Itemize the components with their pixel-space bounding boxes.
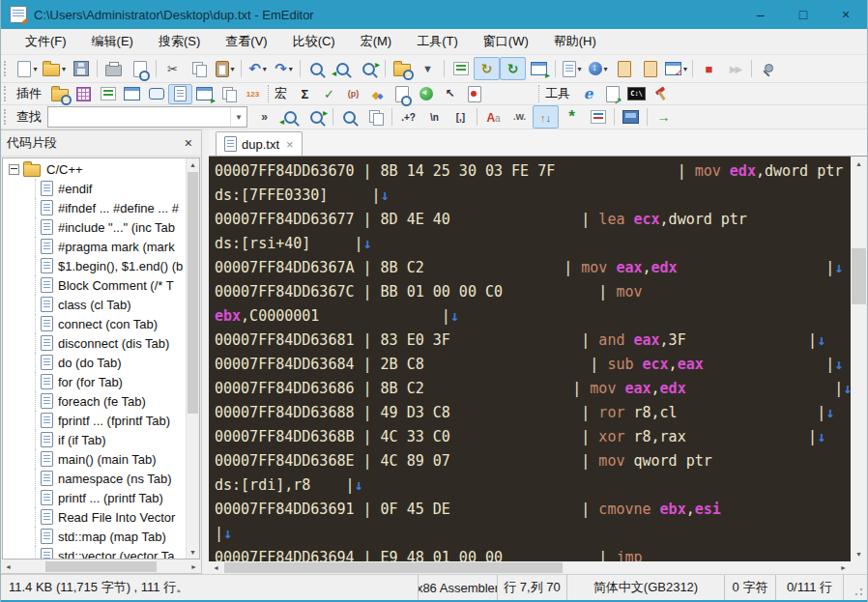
collapse-icon[interactable] [9,164,19,175]
snippet-item[interactable]: if (if Tab) [3,430,187,449]
whole-word-button[interactable]: .W. [506,105,533,129]
overflow-chevron-button[interactable]: » [251,105,277,129]
macro-diamond-button[interactable]: ◆◆ [365,84,390,104]
new-file-button[interactable]: ▾ [14,57,41,80]
toolbar-grip[interactable] [4,109,11,125]
export-button[interactable] [600,84,624,104]
status-encoding[interactable]: 简体中文(GB2312) [567,575,725,600]
menu-item[interactable]: 查看(V) [213,30,279,53]
menu-item[interactable]: 搜索(S) [146,30,213,53]
snippet-item[interactable]: connect (con Tab) [3,314,187,333]
scrollbar-thumb[interactable] [852,248,866,304]
snippet-item[interactable]: foreach (fe Tab) [3,391,187,411]
cut-button[interactable]: ✂ [159,57,186,80]
paste-button[interactable]: ▾ [212,57,238,80]
menu-item[interactable]: 工具(T) [404,30,471,53]
macro-sum-button[interactable]: Σ [293,84,317,104]
scroll-up-icon[interactable]: ▲ [187,158,199,171]
record-macro-button[interactable]: ■ [696,57,722,80]
snippet-item[interactable]: do (do Tab) [3,353,187,372]
find-input[interactable] [48,109,230,125]
find-next-green-button[interactable] [304,105,330,129]
command-prompt-button[interactable]: C:\ [624,84,649,104]
macro-select-button[interactable]: ↖ [438,84,462,104]
dropdown-caret-icon[interactable]: ▾ [289,65,293,73]
menu-item[interactable]: 窗口(W) [471,30,541,53]
snippet-item[interactable]: main() (main Tab) [3,449,187,469]
snippet-item[interactable]: disconnect (dis Tab) [3,333,187,353]
status-cursor-position[interactable]: 行 7,列 70 [498,575,567,600]
tab-close-icon[interactable]: × [286,137,294,152]
dropdown-caret-icon[interactable]: ▾ [33,65,37,73]
regex-button[interactable]: .+? [395,105,421,129]
macro-parameter-button[interactable]: (p) [341,84,365,104]
close-button[interactable]: × [825,0,867,29]
snippet-item[interactable]: std::vector (vector Ta [3,546,187,559]
copy-button[interactable] [186,57,212,80]
word-count-button[interactable] [72,84,96,104]
scrollbar-thumb[interactable] [45,561,157,572]
scroll-down-icon[interactable]: ▼ [851,547,867,561]
undo-button[interactable]: ↶▾ [245,57,271,80]
scroll-down-icon[interactable]: ▼ [187,546,199,559]
status-line-count[interactable]: 0/111 行 [776,575,844,600]
combo-dropdown-icon[interactable]: ▼ [230,107,246,127]
resize-grip[interactable] [844,575,867,600]
compare-button[interactable]: ▾ [559,57,585,80]
extract-lines-button[interactable] [448,57,474,80]
find-in-files-button[interactable] [389,57,415,80]
scroll-right-icon[interactable]: ► [836,561,851,574]
wrap-indicator-button[interactable]: ↻ [474,57,500,80]
snippet-item[interactable]: for (for Tab) [3,372,187,391]
macro-browser-button[interactable] [414,84,438,104]
editor-horizontal-scrollbar[interactable]: ◄ ► [209,561,851,574]
minimize-button[interactable]: – [739,0,782,29]
menu-item[interactable]: 编辑(E) [79,30,146,53]
print-preview-button[interactable] [127,57,153,80]
maximize-button[interactable]: □ [782,0,825,29]
copy-all-button[interactable] [362,105,389,129]
bookmark-all-button[interactable] [585,105,611,129]
snippet-item[interactable]: printf ... (printf Tab) [3,488,187,507]
pin-button[interactable] [755,57,781,80]
dropdown-caret-icon[interactable]: ▾ [62,65,66,73]
filter-button[interactable]: ▼ [415,57,441,80]
snippet-item[interactable]: fprintf ... (fprintf Tab) [3,411,187,430]
find-next-button[interactable] [330,57,356,80]
open-documents-button[interactable] [120,84,144,104]
scrollbar-thumb[interactable] [224,562,563,573]
highlight-all-button[interactable]: * [559,105,585,129]
snippet-item[interactable]: std::map (map Tab) [3,527,187,546]
redo-button[interactable]: ↷▾ [271,57,297,80]
find-all-button[interactable] [336,105,362,129]
validate-button[interactable]: ▾ [663,57,689,80]
new-window-button[interactable] [526,57,552,80]
snippet-item[interactable]: Read File Into Vector [3,507,187,527]
dropdown-caret-icon[interactable]: ▾ [604,65,608,73]
explorer-button[interactable] [47,84,72,104]
save-button[interactable] [68,57,94,80]
outline-button[interactable] [96,84,120,104]
play-macro-button[interactable]: ▶▶ [722,57,748,80]
next-action-button[interactable]: → [651,105,677,129]
snippet-item[interactable]: class (cl Tab) [3,295,187,314]
snippets-button[interactable] [168,84,192,104]
editor-vertical-scrollbar[interactable]: ▲ ▼ [851,157,867,561]
projects-button[interactable] [217,84,241,104]
scroll-left-icon[interactable]: ◄ [2,560,14,573]
direction-updown-button[interactable]: ↑↓ [533,105,559,129]
scroll-left-icon[interactable]: ◄ [209,561,223,574]
comments-button[interactable] [144,84,168,104]
snippet-item[interactable]: #include "..." (inc Tab [3,217,187,237]
panel-close-icon[interactable]: × [182,135,195,151]
display-settings-button[interactable] [618,105,644,129]
toolbar-grip[interactable] [4,61,11,76]
scrollbar-thumb[interactable] [188,172,198,414]
build-button[interactable] [649,84,673,104]
snippet-item[interactable]: namespace (ns Tab) [3,469,187,488]
sync-scroll-button[interactable]: ▾ [585,57,611,80]
dropdown-caret-icon[interactable]: ▾ [231,65,235,73]
snippet-item[interactable]: #ifndef ... #define ... # [3,198,187,217]
match-case-button[interactable]: Aa [480,105,506,129]
sidebar-horizontal-scrollbar[interactable]: ◄ ► [2,560,200,573]
